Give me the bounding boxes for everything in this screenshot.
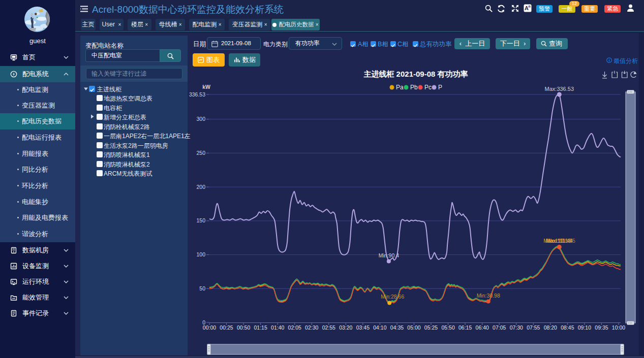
svg-text:R: R bbox=[528, 5, 531, 8]
